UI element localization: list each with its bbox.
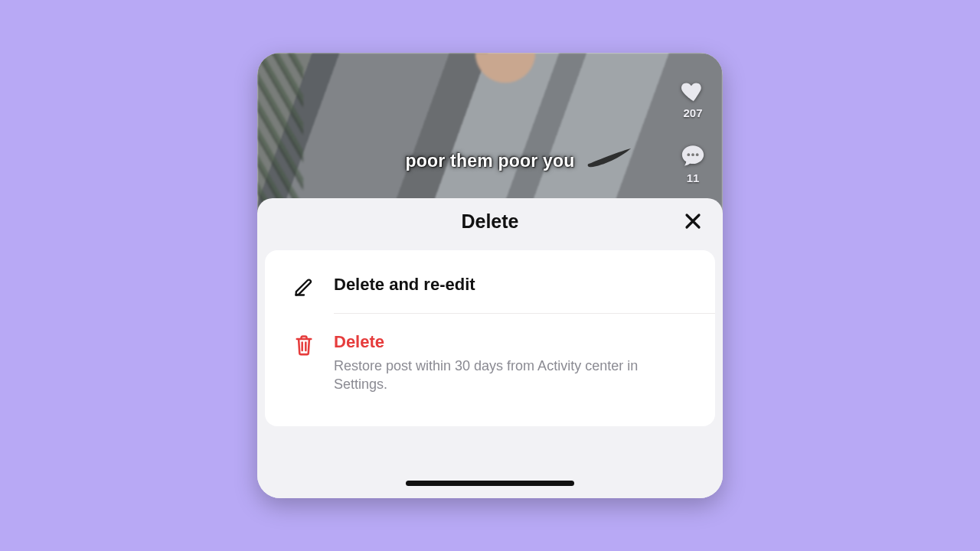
- svg-point-1: [691, 153, 694, 156]
- delete-label: Delete: [334, 332, 694, 352]
- delete-action-sheet: Delete Delete and re-edit: [257, 198, 723, 498]
- delete-and-reedit-label: Delete and re-edit: [334, 275, 694, 295]
- delete-option[interactable]: Delete Restore post within 30 days from …: [265, 314, 715, 409]
- like-button[interactable]: 207: [678, 77, 707, 119]
- video-side-actions: 207 11: [678, 77, 707, 184]
- trash-icon: [293, 334, 315, 357]
- sheet-header: Delete: [257, 198, 723, 244]
- comment-button[interactable]: 11: [678, 142, 707, 184]
- close-button[interactable]: [681, 210, 704, 233]
- home-indicator[interactable]: [406, 481, 574, 486]
- video-caption: poor them poor you: [257, 151, 723, 171]
- close-icon: [684, 212, 702, 230]
- delete-and-reedit-option[interactable]: Delete and re-edit: [265, 256, 715, 313]
- heart-icon: [678, 77, 707, 103]
- delete-subtitle: Restore post within 30 days from Activit…: [334, 357, 655, 394]
- sheet-title: Delete: [461, 210, 518, 233]
- comment-icon: [678, 142, 707, 168]
- pencil-icon: [293, 276, 315, 298]
- comment-count: 11: [687, 171, 700, 184]
- svg-point-2: [696, 153, 699, 156]
- phone-screen: poor them poor you 207 11 Delete: [257, 53, 723, 498]
- options-card: Delete and re-edit Delete Restore: [265, 250, 715, 426]
- like-count: 207: [683, 106, 702, 119]
- svg-point-0: [687, 153, 690, 156]
